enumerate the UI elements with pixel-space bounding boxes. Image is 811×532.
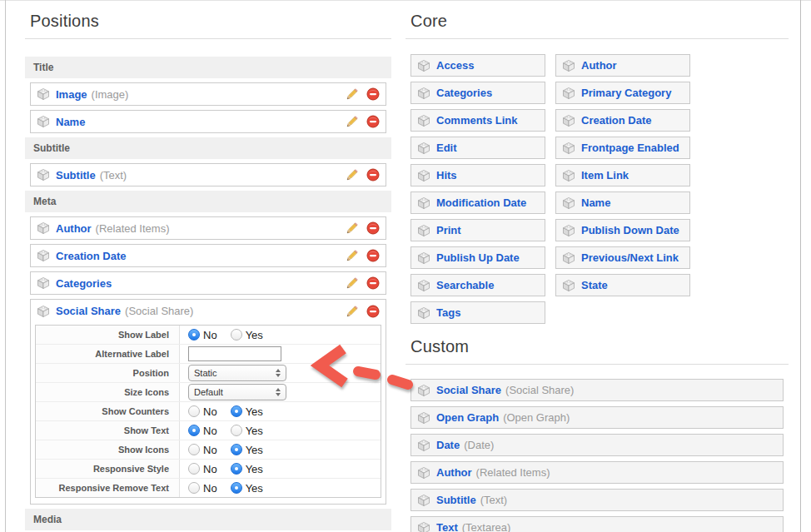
position-item[interactable]: Categories <box>30 271 386 295</box>
radio-option-no[interactable]: No <box>188 329 217 341</box>
position-group-header: Meta <box>25 191 391 212</box>
core-field-button[interactable]: Author <box>555 54 690 77</box>
core-field-button[interactable]: Publish Up Date <box>410 246 545 269</box>
edit-pencil-icon[interactable] <box>346 305 359 318</box>
module-cube-icon <box>37 221 50 235</box>
module-cube-icon <box>562 279 575 292</box>
radio-option-yes[interactable]: Yes <box>231 482 263 495</box>
remove-icon[interactable] <box>366 221 380 235</box>
edit-pencil-icon[interactable] <box>346 115 359 128</box>
core-field-button[interactable]: Tags <box>410 301 545 324</box>
radio-option-no[interactable]: No <box>188 425 217 437</box>
module-cube-icon <box>417 279 430 292</box>
remove-icon[interactable] <box>366 115 380 128</box>
custom-field-button[interactable]: Date (Date) <box>410 434 784 456</box>
core-field-button[interactable]: Categories <box>410 82 545 104</box>
module-cube-icon <box>417 439 430 452</box>
remove-icon[interactable] <box>366 249 380 262</box>
radio-option-yes[interactable]: Yes <box>231 463 263 475</box>
radio-button-icon[interactable] <box>188 405 200 417</box>
radio-button-icon[interactable] <box>231 444 242 455</box>
position-item-label[interactable]: Categories <box>56 277 112 290</box>
module-cube-icon <box>37 276 50 290</box>
position-item-label[interactable]: Creation Date <box>56 250 127 262</box>
radio-option-no[interactable]: No <box>188 482 217 495</box>
radio-option-no[interactable]: No <box>188 444 217 456</box>
core-field-button[interactable]: Modification Date <box>410 191 545 214</box>
item-actions <box>346 249 380 262</box>
radio-button-icon[interactable] <box>231 463 242 475</box>
alternative-label-input[interactable] <box>188 346 281 361</box>
module-cube-icon <box>562 59 575 72</box>
radio-button-icon[interactable] <box>231 425 242 436</box>
core-field-button[interactable]: Creation Date <box>555 109 690 132</box>
radio-option-yes[interactable]: Yes <box>231 329 263 341</box>
core-field-button[interactable]: Previous/Next Link <box>555 246 690 269</box>
edit-pencil-icon[interactable] <box>346 87 359 101</box>
custom-field-button[interactable]: Text (Textarea) <box>410 516 784 532</box>
position-item[interactable]: Social Share (Social Share) <box>31 300 386 322</box>
settings-form-row: Responsive Remove Text No Yes <box>36 479 381 497</box>
select-dropdown[interactable]: Default <box>188 384 286 400</box>
settings-row-label: Show Counters <box>36 402 180 420</box>
select-dropdown[interactable]: Static <box>188 365 286 381</box>
position-item-label[interactable]: Subtitle <box>56 169 96 181</box>
core-panel-title: Core <box>410 12 789 31</box>
position-item[interactable]: Image (Image) <box>30 82 386 106</box>
core-field-button[interactable]: Print <box>410 219 545 241</box>
radio-button-icon[interactable] <box>188 329 200 341</box>
radio-option-no[interactable]: No <box>188 405 217 418</box>
settings-form-row: Show Text No Yes <box>36 421 381 440</box>
core-field-button[interactable]: Publish Down Date <box>555 219 690 241</box>
remove-icon[interactable] <box>366 168 380 181</box>
position-item-label[interactable]: Author <box>56 222 92 235</box>
core-field-button[interactable]: Name <box>555 191 690 214</box>
core-field-button[interactable]: Edit <box>410 137 545 159</box>
edit-pencil-icon[interactable] <box>346 221 359 235</box>
radio-button-icon[interactable] <box>188 482 200 494</box>
divider <box>406 38 789 39</box>
core-field-button[interactable]: Item Link <box>555 164 690 186</box>
radio-option-no[interactable]: No <box>188 463 217 475</box>
stepper-arrows-icon <box>276 388 281 396</box>
radio-option-yes[interactable]: Yes <box>231 425 263 437</box>
position-item[interactable]: Subtitle (Text) <box>30 163 386 186</box>
module-cube-icon <box>562 169 575 182</box>
custom-field-button[interactable]: Author (Related Items) <box>410 461 784 484</box>
radio-option-yes[interactable]: Yes <box>231 444 263 456</box>
custom-field-button[interactable]: Open Graph (Open Graph) <box>410 406 784 429</box>
position-item[interactable]: Author (Related Items) <box>30 216 386 240</box>
remove-icon[interactable] <box>366 305 380 318</box>
radio-button-icon[interactable] <box>231 405 242 417</box>
remove-icon[interactable] <box>366 87 380 101</box>
position-item-label[interactable]: Image <box>56 88 87 101</box>
edit-pencil-icon[interactable] <box>346 249 359 262</box>
position-item-label[interactable]: Social Share <box>56 305 121 317</box>
settings-row-control: No Yes <box>180 460 263 478</box>
core-field-button[interactable]: State <box>555 274 690 296</box>
settings-row-label: Responsive Remove Text <box>36 479 180 497</box>
core-field-button[interactable]: Frontpage Enabled <box>555 137 690 159</box>
core-field-button[interactable]: Hits <box>410 164 545 186</box>
custom-field-type: (Date) <box>464 439 494 451</box>
module-cube-icon <box>417 87 430 100</box>
position-item-label[interactable]: Name <box>56 116 85 128</box>
position-item[interactable]: Creation Date <box>30 244 386 267</box>
remove-icon[interactable] <box>366 276 380 290</box>
custom-field-type: (Text) <box>480 494 508 506</box>
core-field-button[interactable]: Access <box>410 54 545 77</box>
radio-button-icon[interactable] <box>188 425 200 436</box>
core-field-button[interactable]: Searchable <box>410 274 545 296</box>
edit-pencil-icon[interactable] <box>346 276 359 290</box>
edit-pencil-icon[interactable] <box>346 168 359 181</box>
core-field-button[interactable]: Comments Link <box>410 109 545 132</box>
custom-field-button[interactable]: Social Share (Social Share) <box>410 379 784 401</box>
core-field-button[interactable]: Primary Category <box>555 82 690 104</box>
radio-button-icon[interactable] <box>188 444 200 455</box>
radio-button-icon[interactable] <box>231 329 242 341</box>
position-item[interactable]: Name <box>30 110 386 133</box>
radio-option-yes[interactable]: Yes <box>231 405 263 418</box>
custom-field-button[interactable]: Subtitle (Text) <box>410 489 784 511</box>
radio-button-icon[interactable] <box>231 482 242 494</box>
radio-button-icon[interactable] <box>188 463 200 475</box>
